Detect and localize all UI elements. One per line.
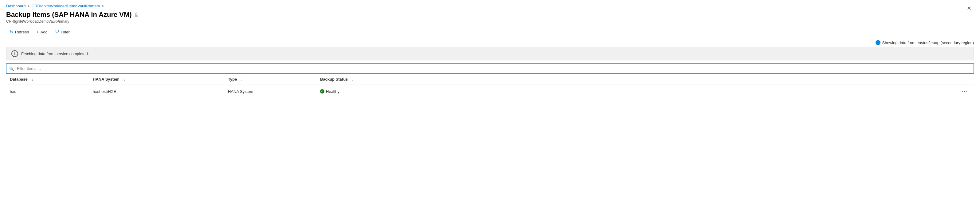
add-button[interactable]: + Add — [33, 28, 51, 36]
cell-hana-system: hxehost\HXE — [89, 85, 224, 98]
breadcrumb-sep-1: > — [28, 4, 30, 8]
add-label: Add — [41, 30, 48, 34]
add-icon: + — [37, 29, 39, 34]
info-circle-icon: i — [11, 50, 18, 57]
page-container: ✕ Dashboard > CRRIgniteWorkloadDemoVault… — [0, 0, 980, 98]
breadcrumb-vault[interactable]: CRRIgniteWorkloadDemoVaultPrimary — [32, 4, 100, 8]
globe-icon: 🌐 — [875, 40, 880, 45]
status-text: Healthy — [326, 89, 339, 94]
col-header-type[interactable]: Type ↑↓ — [224, 74, 317, 85]
sort-icon-database: ↑↓ — [30, 77, 33, 81]
filter-input-container: 🔍 — [6, 63, 974, 74]
refresh-icon: ↻ — [10, 29, 14, 34]
region-info-bar: 🌐 Showing data from eastus2euap (seconda… — [6, 40, 974, 45]
toolbar: ↻ Refresh + Add ⛉ Filter — [6, 28, 974, 36]
breadcrumb: Dashboard > CRRIgniteWorkloadDemoVaultPr… — [6, 4, 974, 8]
subtitle: CRRIgniteWorkloadDemoVaultPrimary — [6, 19, 974, 24]
data-table: Database ↑↓ HANA System ↑↓ Type ↑↓ Backu… — [6, 74, 974, 98]
table-row[interactable]: hxehxehost\HXEHANA SystemHealthy··· — [6, 85, 974, 98]
close-button[interactable]: ✕ — [964, 4, 974, 13]
cell-actions: ··· — [955, 85, 974, 98]
sort-icon-backup-status: ↑↓ — [350, 77, 353, 81]
print-icon[interactable]: ⎙ — [135, 12, 138, 17]
page-title: Backup Items (SAP HANA in Azure VM) — [6, 11, 132, 19]
region-info-text: Showing data from eastus2euap (secondary… — [882, 41, 974, 45]
sort-icon-hana-system: ↑↓ — [122, 77, 125, 81]
cell-type: HANA System — [224, 85, 317, 98]
notification-message: Fetching data from service completed. — [21, 52, 89, 56]
notification-bar: i Fetching data from service completed. — [6, 47, 974, 60]
cell-database: hxe — [6, 85, 89, 98]
breadcrumb-sep-2: > — [102, 4, 104, 8]
refresh-button[interactable]: ↻ Refresh — [6, 28, 33, 36]
title-row: Backup Items (SAP HANA in Azure VM) ⎙ — [6, 11, 974, 19]
filter-icon: ⛉ — [55, 29, 59, 34]
col-header-backup-status[interactable]: Backup Status ↑↓ — [317, 74, 955, 85]
col-header-actions — [955, 74, 974, 85]
more-options-button[interactable]: ··· — [959, 88, 970, 95]
breadcrumb-dashboard[interactable]: Dashboard — [6, 4, 26, 8]
filter-input[interactable] — [6, 63, 974, 74]
filter-button[interactable]: ⛉ Filter — [51, 28, 73, 36]
col-header-hana-system[interactable]: HANA System ↑↓ — [89, 74, 224, 85]
cell-backup-status: Healthy — [317, 85, 955, 98]
col-header-database[interactable]: Database ↑↓ — [6, 74, 89, 85]
sort-icon-type: ↑↓ — [239, 77, 243, 81]
region-info: 🌐 Showing data from eastus2euap (seconda… — [875, 40, 974, 45]
healthy-icon — [320, 89, 325, 93]
refresh-label: Refresh — [15, 30, 29, 34]
filter-label: Filter — [61, 30, 70, 34]
table-body: hxehxehost\HXEHANA SystemHealthy··· — [6, 85, 974, 98]
table-header-row: Database ↑↓ HANA System ↑↓ Type ↑↓ Backu… — [6, 74, 974, 85]
